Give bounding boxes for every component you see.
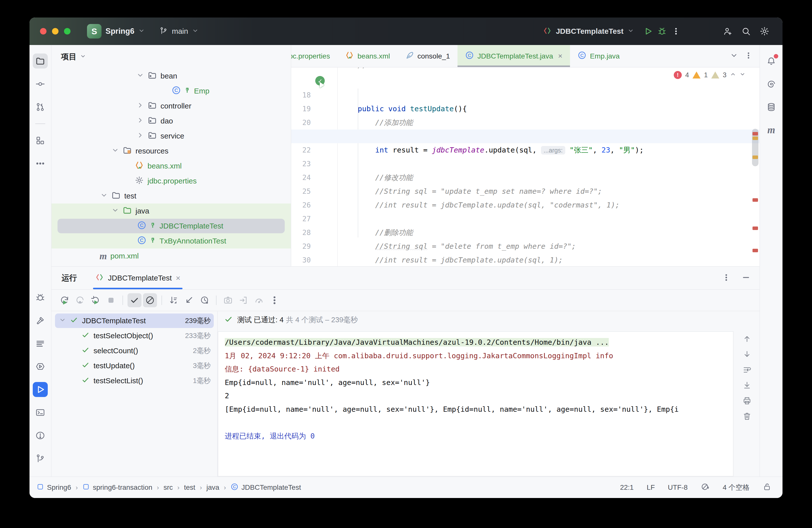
hide-run-panel-button[interactable] [741, 273, 751, 283]
tabs-more-icon[interactable] [744, 52, 753, 60]
scroll-to-end-icon[interactable] [742, 381, 752, 391]
tree-item-beans.xml[interactable]: beans.xml [52, 159, 291, 174]
breadcrumb-item-java[interactable]: java [206, 484, 219, 492]
tree-item-bean[interactable]: bean [52, 69, 291, 84]
settings-button[interactable] [757, 24, 771, 38]
editor-tab-JDBCTemplateTest.java[interactable]: C JDBCTemplateTest.java × [458, 45, 570, 67]
breadcrumb-item-src[interactable]: src [163, 484, 173, 492]
console-output[interactable]: /Users/codermast/Library/Java/JavaVirtua… [218, 331, 734, 476]
code-line-28[interactable]: 28 //String sql = "delete from t_emp whe… [291, 212, 751, 226]
more-actions-button[interactable] [669, 24, 683, 38]
close-tab-icon[interactable]: × [558, 52, 563, 60]
toolwindow-button-problems[interactable] [33, 428, 48, 443]
stop-button[interactable] [104, 293, 118, 307]
coverage-gauge-button[interactable] [252, 293, 266, 307]
sort-duration-button[interactable] [182, 293, 196, 307]
tree-item-service[interactable]: service [52, 129, 291, 144]
error-stripe-mark[interactable] [753, 132, 758, 135]
code-editor[interactable]: // ···· ······· ····· 18✓ public void te… [291, 68, 759, 266]
chevron-down-icon[interactable] [112, 147, 119, 156]
toolwindow-button-commit[interactable] [33, 76, 48, 91]
run-config-widget[interactable]: JDBCTemplateTest [543, 26, 634, 36]
tree-item-jdbc.properties[interactable]: jdbc.properties [52, 174, 291, 189]
run-test-gutter-icon[interactable]: ✓ [315, 76, 327, 88]
editor-scrollbar[interactable] [751, 68, 759, 266]
soft-wrap-icon[interactable] [742, 365, 752, 375]
run-panel-options-button[interactable] [722, 273, 730, 283]
branch-widget[interactable]: main [159, 27, 199, 36]
error-stripe-mark[interactable] [753, 226, 758, 230]
rerun-button[interactable] [58, 293, 72, 307]
code-line-27[interactable]: 27 //删除功能 [291, 198, 751, 212]
test-row-testUpdate()[interactable]: testUpdate() 3毫秒 [52, 358, 217, 373]
toolwindow-button-maven-m[interactable]: m [764, 122, 779, 137]
toolwindow-button-ai-swirl[interactable] [764, 76, 779, 91]
file-encoding[interactable]: UTF-8 [668, 484, 687, 492]
error-stripe-mark[interactable] [753, 136, 758, 140]
toolwindow-button-services[interactable] [33, 359, 48, 374]
caret-position[interactable]: 22:1 [620, 484, 634, 492]
test-row-selectCount()[interactable]: selectCount() 2毫秒 [52, 343, 217, 358]
breadcrumb-item-JDBCTemplateTest[interactable]: CJDBCTemplateTest [231, 483, 301, 493]
chevron-right-icon[interactable] [136, 132, 144, 141]
close-window-button[interactable] [40, 28, 46, 34]
chevron-right-icon[interactable] [136, 117, 144, 126]
breadcrumb-item-Spring6[interactable]: Spring6 [37, 483, 71, 492]
toolwindow-button-terminal[interactable] [33, 405, 48, 420]
tree-item-java[interactable]: java [52, 204, 291, 219]
import-test-button[interactable] [236, 293, 250, 307]
rerun-auto-button[interactable] [88, 293, 102, 307]
toolwindow-button-notifications-bell[interactable] [764, 54, 779, 69]
tree-item-dao[interactable]: dao [52, 114, 291, 129]
code-line-30[interactable]: 30 } [291, 239, 751, 253]
tree-item-Emp[interactable]: C Emp [52, 84, 291, 99]
error-stripe-mark[interactable] [753, 198, 758, 202]
sort-alpha-button[interactable] [166, 293, 180, 307]
code-line-25[interactable]: 25 //int result = jdbcTemplate.update(sq… [291, 171, 751, 185]
chevron-down-icon[interactable] [112, 206, 119, 216]
tree-item-JDBCTemplateTest[interactable]: C JDBCTemplateTest [52, 219, 291, 234]
code-line-23[interactable]: 23 //修改功能 [291, 143, 751, 157]
breadcrumb-item-test[interactable]: test [184, 484, 195, 492]
error-stripe-mark[interactable] [753, 156, 758, 159]
prev-problem-button[interactable] [730, 71, 736, 79]
run-tab[interactable]: JDBCTemplateTest × [93, 267, 183, 289]
chevron-down-icon[interactable] [100, 191, 108, 201]
toolwindow-button-project-folder[interactable] [33, 54, 48, 69]
chevron-down-icon[interactable] [80, 52, 86, 61]
error-stripe-mark[interactable] [753, 249, 758, 252]
tree-item-test[interactable]: test [52, 189, 291, 204]
next-problem-button[interactable] [740, 71, 745, 79]
minimize-window-button[interactable] [52, 28, 58, 34]
toolwindow-button-debug-bug[interactable] [33, 290, 48, 305]
test-row-testSelectList()[interactable]: testSelectList() 1毫秒 [52, 373, 217, 388]
breadcrumb-item-spring6-transaction[interactable]: spring6-transaction [82, 483, 152, 492]
rerun-failed-button[interactable] [73, 293, 87, 307]
print-icon[interactable] [742, 396, 752, 406]
clock-button[interactable] [198, 293, 212, 307]
project-widget[interactable]: S Spring6 [87, 24, 145, 39]
search-everywhere-button[interactable] [739, 24, 753, 38]
editor-tab-jdbc.properties[interactable]: jdbc.properties [291, 45, 337, 67]
code-line-22[interactable]: 22 [291, 130, 759, 143]
code-line-29[interactable]: 29 //int result = jdbcTemplate.update(sq… [291, 226, 751, 239]
code-line-24[interactable]: 24 //String sql = "update t_emp set name… [291, 157, 751, 171]
show-passed-check-button[interactable] [128, 293, 142, 307]
line-separator[interactable]: LF [647, 484, 655, 492]
clear-trash-icon[interactable] [742, 412, 752, 422]
editor-tab-Emp.java[interactable]: C Emp.java [570, 45, 627, 67]
code-line-19[interactable]: 19 //添加功能 [291, 88, 751, 102]
toolwindow-button-more-horizontal[interactable] [33, 156, 48, 171]
code-with-me-button[interactable] [721, 24, 735, 38]
test-row-testSelectObject()[interactable]: testSelectObject() 233毫秒 [52, 328, 217, 343]
toolwindow-button-build-hammer[interactable] [33, 313, 48, 328]
code-line-21[interactable]: 21 int result = jdbcTemplate.update(sql,… [291, 116, 751, 130]
indent-info[interactable]: 4 个空格 [723, 483, 750, 492]
chevron-down-icon[interactable] [136, 72, 144, 81]
toolwindow-button-pull-request[interactable] [33, 100, 48, 115]
test-row-JDBCTemplateTest[interactable]: JDBCTemplateTest 239毫秒 [52, 313, 217, 328]
tree-item-pom.xml[interactable]: m pom.xml [52, 249, 291, 264]
tree-item-TxByAnnotationTest[interactable]: C TxByAnnotationTest [52, 234, 291, 249]
tree-item-resources[interactable]: resources [52, 144, 291, 159]
tabs-list-icon[interactable] [730, 52, 738, 60]
